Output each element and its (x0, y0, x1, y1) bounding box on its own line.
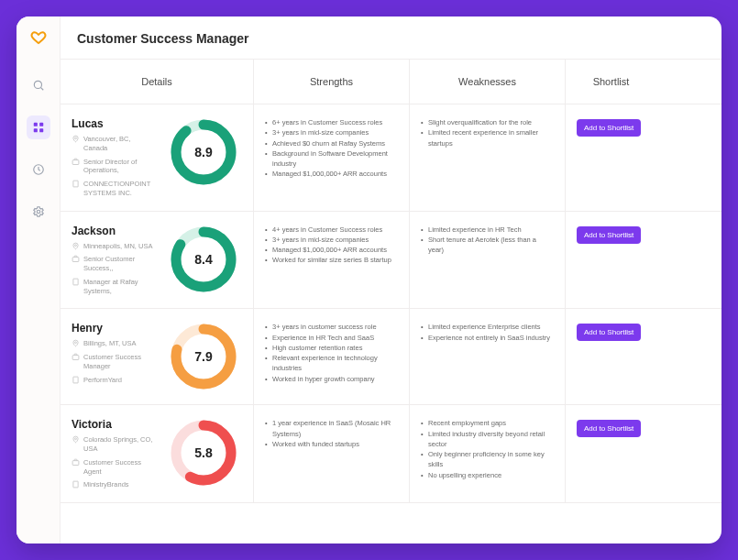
weaknesses-list: Limited experience in HR TechShort tenur… (421, 225, 554, 256)
candidate-location: Minneapolis, MN, USA (72, 242, 156, 251)
score-donut: 8.4 (171, 226, 237, 292)
svg-rect-9 (72, 159, 79, 164)
weaknesses-list: Limited experience Enterprise clientsExp… (421, 322, 554, 343)
candidate-row: Jackson Minneapolis, MN, USA Senior Cust… (61, 212, 721, 310)
weakness-item: Slight overqualification for the role (421, 117, 554, 127)
cell-strengths: 4+ years in Customer Success roles3+ yea… (253, 212, 409, 309)
nav-search[interactable] (27, 73, 50, 97)
candidate-company: CONNECTIONPOINT SYSTEMS INC. (72, 180, 156, 198)
candidate-name: Henry (72, 322, 156, 335)
weakness-item: Only beginner proficiency in some key sk… (421, 449, 554, 470)
svg-rect-3 (39, 123, 43, 126)
candidate-location: Vancouver, BC, Canada (72, 135, 156, 153)
candidate-row: Lucas Vancouver, BC, Canada Senior Direc… (61, 104, 721, 212)
col-header-shortlist: Shortlist (565, 60, 656, 104)
strength-item: Worked in hyper growth company (265, 374, 398, 384)
strength-item: High customer retention rates (265, 343, 398, 353)
svg-rect-2 (33, 123, 37, 126)
score-value: 8.9 (171, 119, 237, 185)
add-to-shortlist-button[interactable]: Add to Shortlist (577, 420, 641, 437)
cell-details: Victoria Colorado Springs, CO, USA Custo… (61, 405, 253, 502)
weakness-item: Limited experience Enterprise clients (421, 322, 554, 332)
candidate-rows: Lucas Vancouver, BC, Canada Senior Direc… (61, 104, 721, 503)
nav-clock[interactable] (27, 158, 50, 181)
nav-settings[interactable] (27, 200, 50, 224)
candidate-location: Billings, MT, USA (72, 339, 156, 348)
pin-icon (72, 135, 80, 143)
svg-point-7 (37, 210, 40, 214)
score-value: 8.4 (171, 226, 237, 292)
strength-item: 4+ years in Customer Success roles (265, 225, 398, 235)
svg-rect-4 (33, 128, 37, 132)
svg-point-17 (75, 244, 77, 246)
candidate-role: Senior Director of Operations, (72, 158, 156, 176)
strength-item: Worked with funded startups (265, 439, 398, 449)
score-donut: 7.9 (171, 324, 237, 390)
building-icon (72, 376, 80, 384)
strength-item: 3+ years in mid-size companies (265, 235, 398, 245)
col-header-details: Details (61, 60, 253, 104)
cell-details: Henry Billings, MT, USA Customer Success… (61, 309, 253, 404)
cell-strengths: 6+ years in Customer Success roles3+ yea… (253, 104, 409, 211)
strength-item: Achieved $0 churn at Rafay Systems (265, 138, 398, 148)
building-icon (72, 278, 80, 286)
score-donut: 8.9 (171, 119, 237, 185)
weaknesses-list: Slight overqualification for the roleLim… (421, 117, 554, 148)
weakness-item: Experience not entirely in SaaS industry (421, 333, 554, 343)
weakness-item: Short tenure at Aerotek (less than a yea… (421, 235, 554, 256)
weakness-item: Limited recent experience in smaller sta… (421, 127, 554, 148)
weaknesses-list: Recent employment gapsLimited industry d… (421, 418, 554, 480)
candidate-location: Colorado Springs, CO, USA (72, 435, 156, 454)
candidate-name: Lucas (72, 117, 156, 130)
svg-point-8 (75, 137, 77, 139)
strengths-list: 6+ years in Customer Success roles3+ yea… (265, 117, 398, 180)
add-to-shortlist-button[interactable]: Add to Shortlist (577, 324, 641, 341)
svg-point-35 (75, 438, 77, 440)
svg-rect-19 (73, 279, 78, 285)
cell-shortlist: Add to Shortlist (565, 405, 656, 502)
add-to-shortlist-button[interactable]: Add to Shortlist (577, 119, 641, 137)
col-header-weaknesses: Weaknesses (409, 60, 565, 104)
briefcase-icon (72, 255, 80, 263)
score-value: 5.8 (171, 420, 237, 486)
svg-point-26 (75, 342, 77, 344)
strength-item: Background in Software Development indus… (265, 148, 398, 170)
strengths-list: 1 year experience in SaaS (Mosaic HR Sys… (265, 418, 398, 449)
person-info: Lucas Vancouver, BC, Canada Senior Direc… (72, 117, 156, 198)
cell-shortlist: Add to Shortlist (565, 104, 656, 211)
strengths-list: 3+ years in customer success roleExperie… (265, 322, 398, 384)
person-info: Jackson Minneapolis, MN, USA Senior Cust… (72, 225, 156, 296)
score-donut-wrap: 8.9 (165, 117, 242, 198)
candidate-name: Victoria (72, 418, 156, 431)
person-info: Henry Billings, MT, USA Customer Success… (72, 322, 156, 391)
strength-item: 3+ years in customer success role (265, 322, 398, 332)
briefcase-icon (72, 458, 80, 467)
candidate-row: Henry Billings, MT, USA Customer Success… (61, 309, 721, 405)
score-donut-wrap: 7.9 (165, 322, 242, 391)
cell-details: Jackson Minneapolis, MN, USA Senior Cust… (61, 212, 253, 309)
candidate-row: Victoria Colorado Springs, CO, USA Custo… (61, 405, 721, 503)
score-donut-wrap: 5.8 (165, 418, 242, 489)
add-to-shortlist-button[interactable]: Add to Shortlist (577, 226, 641, 244)
cell-weaknesses: Limited experience in HR TechShort tenur… (409, 212, 565, 309)
page-title: Customer Success Manager (61, 16, 721, 60)
strength-item: Managed $1,000,000+ ARR accounts (265, 245, 398, 255)
strength-item: 1 year experience in SaaS (Mosaic HR Sys… (265, 418, 398, 439)
app-window: Customer Success Manager Details Strengt… (17, 16, 721, 544)
weakness-item: Limited experience in HR Tech (421, 225, 554, 235)
candidate-role: Senior Customer Success,, (72, 255, 156, 273)
svg-rect-36 (72, 460, 79, 465)
cell-weaknesses: Slight overqualification for the roleLim… (409, 104, 565, 211)
candidate-role: Customer Success Agent (72, 458, 156, 477)
cell-weaknesses: Recent employment gapsLimited industry d… (409, 405, 565, 502)
nav-grid[interactable] (27, 115, 50, 139)
svg-line-1 (40, 87, 43, 90)
svg-rect-5 (39, 128, 43, 132)
building-icon (72, 180, 80, 188)
briefcase-icon (72, 158, 80, 166)
cell-strengths: 3+ years in customer success roleExperie… (253, 309, 409, 404)
strength-item: Experience in HR Tech and SaaS (265, 333, 398, 343)
cell-shortlist: Add to Shortlist (565, 309, 656, 404)
svg-rect-37 (73, 481, 78, 488)
candidate-company: Manager at Rafay Systems, (72, 278, 156, 296)
